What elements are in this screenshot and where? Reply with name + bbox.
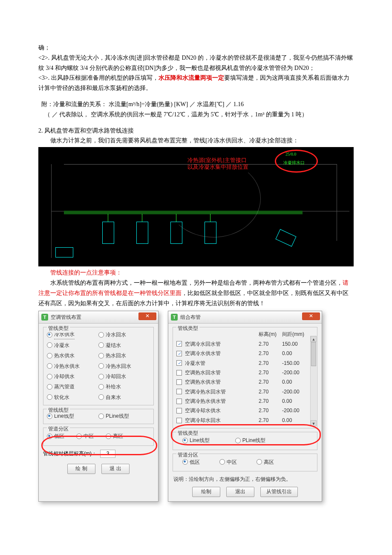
radio-cool-supply[interactable]: 冷却供水 — [47, 372, 98, 381]
row-elev[interactable]: 2.70 — [259, 378, 282, 386]
cad-floorplan-image: 冷热源[室外机]主管接口 以及冷凝水集中排放位置 25/0.0 冷凝排水口 — [38, 147, 354, 266]
cad-label: 冷凝排水口 — [283, 159, 305, 166]
col-header-dist: 间距(mm) — [282, 330, 308, 338]
row-dist[interactable]: -200.00 — [282, 406, 308, 415]
pipe-layout-dialog: T 空调管线布置 ✕ 管线类型 冷水供水 冷水回水 冷凝水 凝结水 热水供水 热… — [38, 311, 159, 502]
paragraph: 附：冷量和流量的关系： 水流量[m³/h]=冷量(热量) [KW] ／ 水温差[… — [38, 99, 354, 110]
row-dist[interactable]: 150.00 — [282, 340, 308, 348]
radio-label: 软化水 — [54, 393, 69, 402]
group-label: 管道分区 — [176, 451, 199, 459]
radio-label: 冷凝水 — [54, 341, 69, 350]
radio-label: 补给水 — [106, 382, 121, 391]
row-elev[interactable]: 2.70 — [259, 349, 282, 358]
radio-label: PLine线型 — [242, 436, 266, 445]
combo-pipe-dialog: T 组合布管 ✕ 管线类型 标高(m) 间距(mm) ✓ 空调冷水回水管 2.7… — [168, 311, 322, 502]
radio-label: 冷热水供水 — [54, 362, 80, 370]
radio-cold-return[interactable]: 冷水回水 — [98, 330, 150, 339]
radio-condensate[interactable]: 冷凝水 — [47, 341, 98, 350]
field-label: 管线相对楼层标高(m)： — [43, 449, 97, 458]
row-check[interactable] — [176, 408, 185, 413]
pipe-table: 标高(m) 间距(mm) ✓ 空调冷水回水管 2.70 150.00 ✓ 空调冷… — [176, 330, 308, 425]
paragraph: （ ／ 代表除以， 空调水系统的供回水一般是 7℃/12℃，温差为 5℃，针对于… — [38, 110, 354, 120]
row-check[interactable]: ✓ — [176, 351, 185, 356]
radio-zone-high[interactable]: 高区 — [257, 458, 274, 466]
row-elev[interactable]: 2.70 — [259, 397, 282, 405]
from-pipe-button[interactable]: 从管线引出 — [260, 487, 298, 497]
radio-hot-supply[interactable]: 热水供水 — [47, 351, 98, 360]
scrollbar[interactable]: ▲ ▼ — [310, 336, 317, 426]
radio-label: 自来水 — [106, 393, 121, 402]
text: 水系统管线的布置有两种方式，一种一根一根地布置，另外一种是组合布管，两种布管方式… — [50, 280, 343, 286]
emphasis-text: 水压降和水流量两项一定 — [159, 75, 224, 81]
warning-heading: 管线连接的一点注意事项： — [38, 268, 354, 278]
titlebar[interactable]: T 组合布管 ✕ — [168, 311, 322, 324]
radio-label: 中区 — [84, 432, 94, 440]
draw-button[interactable]: 绘 制 — [67, 464, 95, 474]
radio-label: 热水供水 — [54, 351, 75, 360]
radio-label: 凝结水 — [106, 341, 121, 350]
paragraph: 做水力计算之前，我们首先需要将风机盘管布置完整，管线[冷冻水供回水、冷凝水]全部… — [38, 136, 354, 146]
row-check[interactable] — [176, 399, 185, 404]
radio-pline[interactable]: PLine线型 — [235, 436, 266, 445]
app-icon: T — [41, 314, 48, 321]
row-name: 空调冷水供水管 — [185, 349, 259, 358]
pipe-type-group: 管线类型 冷水供水 冷水回水 冷凝水 凝结水 热水供水 热水回水 冷热水供水 冷… — [43, 327, 154, 405]
scroll-thumb[interactable] — [311, 342, 316, 366]
row-check[interactable] — [176, 370, 185, 376]
row-dist[interactable]: 0.00 — [282, 416, 308, 425]
dialog-title: 空调管线布置 — [51, 313, 81, 321]
row-dist[interactable]: 0.00 — [282, 349, 308, 358]
row-name: 空调冷却水回水 — [185, 416, 259, 425]
radio-ch-return[interactable]: 冷热水回水 — [98, 362, 150, 370]
row-elev[interactable]: 2.70 — [259, 406, 282, 415]
draw-button[interactable]: 绘制 — [192, 487, 220, 497]
radio-tap[interactable]: 自来水 — [98, 393, 150, 402]
radio-pline[interactable]: PLine线型 — [98, 412, 150, 420]
row-dist[interactable]: -200.00 — [282, 387, 308, 396]
row-check[interactable] — [176, 389, 185, 394]
paragraph: <2>. 风机盘管无论大小，其冷冻水供[进]回水管径都是 DN20 的，冷凝水的… — [38, 53, 354, 73]
scroll-up-icon[interactable]: ▲ — [311, 336, 317, 342]
row-dist[interactable]: -200.00 — [282, 368, 308, 377]
dialogs-container: T 空调管线布置 ✕ 管线类型 冷水供水 冷水回水 冷凝水 凝结水 热水供水 热… — [38, 311, 354, 502]
exit-button[interactable]: 退出 — [226, 487, 254, 497]
radio-hot-return[interactable]: 热水回水 — [98, 351, 150, 360]
radio-makeup[interactable]: 补给水 — [98, 382, 150, 391]
scroll-down-icon[interactable]: ▼ — [311, 420, 317, 426]
row-elev[interactable]: 2.70 — [259, 340, 282, 348]
row-check[interactable]: ✓ — [176, 341, 185, 347]
row-name: 冷凝水管 — [185, 359, 259, 367]
radio-steam[interactable]: 蒸汽管道 — [47, 382, 98, 391]
close-icon[interactable]: ✕ — [302, 312, 320, 320]
dialog-title: 组合布管 — [180, 313, 201, 321]
app-icon: T — [171, 314, 178, 321]
radio-soft[interactable]: 软化水 — [47, 393, 98, 402]
row-check[interactable] — [176, 379, 185, 385]
radio-label: 冷热水回水 — [106, 362, 131, 370]
row-elev[interactable]: 2.70 — [259, 368, 282, 377]
row-check[interactable] — [176, 418, 185, 423]
close-icon[interactable]: ✕ — [138, 312, 156, 320]
row-check[interactable]: ✓ — [176, 360, 185, 366]
radio-label: 中区 — [227, 458, 237, 466]
radio-condensed[interactable]: 凝结水 — [98, 341, 150, 350]
row-elev[interactable]: 2.70 — [259, 359, 282, 367]
radio-cool-return[interactable]: 冷却回水 — [98, 372, 150, 381]
radio-label: 高区 — [264, 458, 274, 466]
radio-zone-mid[interactable]: 中区 — [76, 432, 94, 440]
radio-zone-mid[interactable]: 中区 — [219, 458, 237, 466]
cad-annotation: 以及冷凝水集中排放位置 — [187, 162, 248, 172]
elevation-row: 管线相对楼层标高(m)： 3 — [43, 449, 154, 458]
exit-button[interactable]: 退 出 — [101, 464, 130, 474]
group-label: 管道分区 — [47, 425, 70, 433]
row-elev[interactable]: 2.70 — [259, 416, 282, 425]
elevation-input[interactable]: 3 — [100, 450, 115, 458]
radio-ch-supply[interactable]: 冷热水供水 — [47, 362, 98, 370]
radio-zone-high[interactable]: 高区 — [106, 432, 123, 440]
row-dist[interactable]: -150.00 — [282, 359, 308, 367]
group-label: 管线类型 — [176, 324, 199, 332]
row-dist[interactable]: 0.00 — [282, 378, 308, 386]
titlebar[interactable]: T 空调管线布置 ✕ — [39, 311, 158, 324]
row-elev[interactable]: 2.70 — [259, 387, 282, 396]
row-dist[interactable]: 0.00 — [282, 397, 308, 405]
